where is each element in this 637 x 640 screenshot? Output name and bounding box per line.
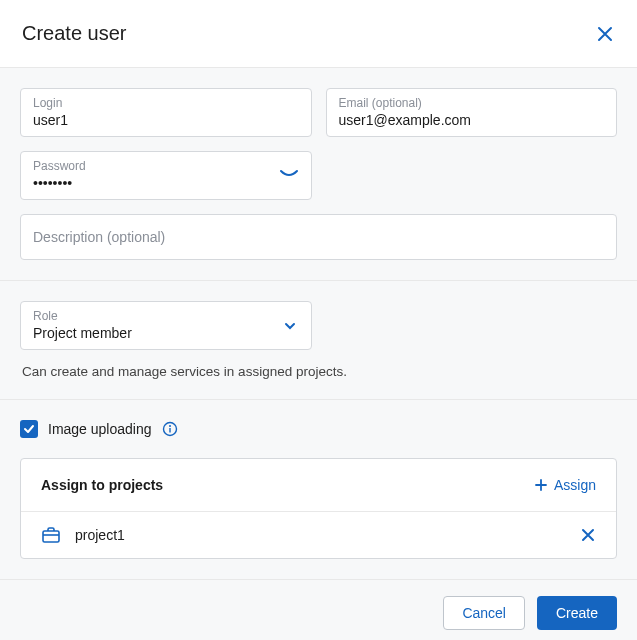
description-input[interactable] — [33, 229, 604, 245]
email-field[interactable]: Email (optional) — [326, 88, 618, 137]
email-label: Email (optional) — [339, 96, 605, 110]
chevron-down-icon — [283, 318, 297, 334]
login-input[interactable] — [33, 112, 299, 128]
login-field[interactable]: Login — [20, 88, 312, 137]
password-label: Password — [33, 159, 299, 173]
cancel-button[interactable]: Cancel — [443, 596, 525, 630]
svg-rect-3 — [43, 531, 59, 542]
role-field[interactable]: Role Project member — [20, 301, 312, 350]
create-button[interactable]: Create — [537, 596, 617, 630]
assign-projects-title: Assign to projects — [41, 477, 163, 493]
modal-footer: Cancel Create — [0, 580, 637, 640]
assign-button-label: Assign — [554, 477, 596, 493]
password-reveal-icon[interactable] — [279, 168, 299, 184]
email-input[interactable] — [339, 112, 605, 128]
close-button[interactable] — [595, 24, 615, 44]
image-uploading-checkbox[interactable] — [20, 420, 38, 438]
remove-project-button[interactable] — [580, 527, 596, 543]
password-field[interactable]: Password — [20, 151, 312, 200]
svg-point-1 — [169, 425, 171, 427]
role-description: Can create and manage services in assign… — [20, 364, 617, 379]
description-field[interactable] — [20, 214, 617, 260]
user-details-section: Login Email (optional) Password — [0, 68, 637, 281]
assign-button[interactable]: Assign — [534, 477, 596, 493]
assign-projects-panel: Assign to projects Assign project1 — [20, 458, 617, 559]
project-row: project1 — [21, 512, 616, 558]
check-icon — [23, 423, 35, 435]
image-uploading-row: Image uploading — [20, 420, 617, 438]
modal-title: Create user — [22, 22, 127, 45]
image-uploading-label: Image uploading — [48, 421, 152, 437]
login-label: Login — [33, 96, 299, 110]
image-assign-section: Image uploading Assign to projects Assig… — [0, 400, 637, 580]
svg-rect-2 — [169, 428, 170, 433]
role-value: Project member — [33, 325, 299, 341]
close-icon — [580, 527, 596, 543]
project-name: project1 — [75, 527, 566, 543]
briefcase-icon — [41, 526, 61, 544]
info-icon[interactable] — [162, 421, 178, 437]
assign-projects-header: Assign to projects Assign — [21, 459, 616, 512]
plus-icon — [534, 478, 548, 492]
password-input[interactable] — [33, 175, 299, 191]
role-section: Role Project member Can create and manag… — [0, 281, 637, 400]
role-label: Role — [33, 309, 299, 323]
modal-header: Create user — [0, 0, 637, 68]
close-icon — [595, 24, 615, 44]
